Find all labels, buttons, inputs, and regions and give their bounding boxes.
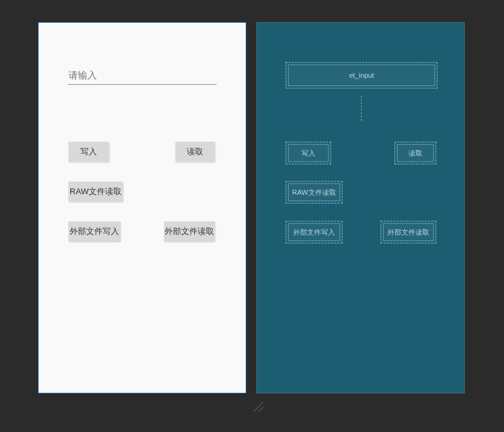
blueprint-input-node[interactable]: et_input (286, 62, 438, 89)
resize-handle-icon (251, 398, 263, 411)
blueprint-connector (361, 96, 362, 121)
blueprint-ext-read-node[interactable]: 外部文件读取 (381, 221, 436, 244)
read-button[interactable]: 读取 (175, 142, 215, 162)
external-read-button[interactable]: 外部文件读取 (164, 221, 215, 242)
blueprint-read-label: 读取 (408, 149, 422, 158)
dual-panel-container: 写入 读取 RAW文件读取 外部文件写入 外部文件读取 et_input 写入 … (0, 0, 504, 393)
blueprint-write-label: 写入 (301, 149, 315, 158)
blueprint-ext-read-label: 外部文件读取 (387, 228, 429, 237)
external-write-button[interactable]: 外部文件写入 (68, 221, 120, 242)
blueprint-raw-label: RAW文件读取 (292, 188, 336, 197)
blueprint-ext-write-label: 外部文件写入 (293, 228, 335, 237)
raw-read-button[interactable]: RAW文件读取 (68, 182, 123, 202)
write-button[interactable]: 写入 (68, 142, 109, 162)
blueprint-write-node[interactable]: 写入 (286, 142, 331, 164)
blueprint-ext-write-node[interactable]: 外部文件写入 (286, 221, 343, 244)
blueprint-panel: et_input 写入 读取 RAW文件读取 外部文件写入 外部文件读取 (256, 22, 465, 393)
blueprint-raw-read-node[interactable]: RAW文件读取 (286, 181, 343, 204)
blueprint-read-node[interactable]: 读取 (394, 142, 436, 164)
blueprint-input-label: et_input (349, 71, 374, 79)
preview-panel: 写入 读取 RAW文件读取 外部文件写入 外部文件读取 (38, 22, 246, 393)
text-input[interactable] (68, 66, 217, 85)
